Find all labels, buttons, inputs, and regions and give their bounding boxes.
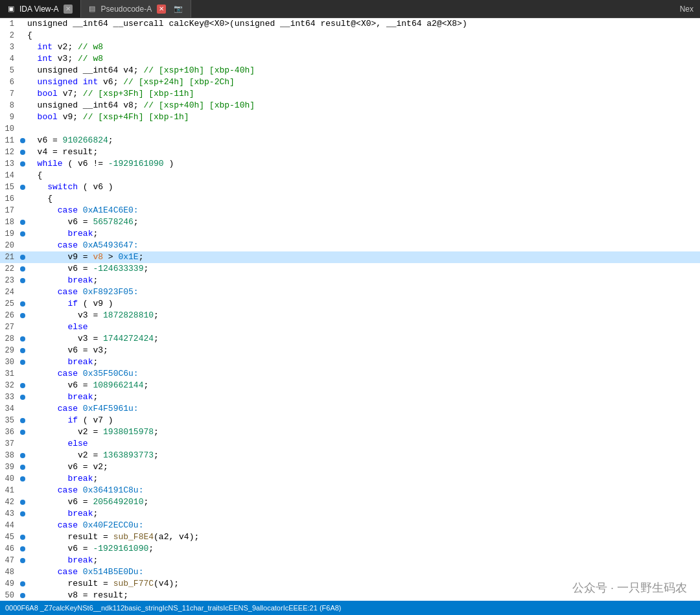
token: if [67, 415, 78, 425]
line-number: 39 [0, 461, 18, 473]
token: if [67, 299, 78, 308]
code-text: result = sub_F77C(v4); [27, 578, 695, 590]
line-number: 31 [0, 368, 18, 380]
line-number: 17 [0, 205, 18, 216]
token: sub_F8E4 [113, 532, 154, 542]
breakpoint-col[interactable] [18, 360, 27, 365]
breakpoint-col[interactable] [18, 546, 27, 551]
breakpoint-col[interactable] [18, 476, 27, 482]
breakpoint-col[interactable] [18, 278, 27, 283]
code-line: 12 v4 = result; [0, 146, 700, 158]
token [27, 77, 38, 87]
breakpoint-dot [20, 558, 25, 563]
token: 0x1E [118, 252, 138, 262]
code-line: 29 v6 = v3; [0, 345, 700, 356]
breakpoint-dot [20, 348, 25, 353]
breakpoint-dot [20, 593, 25, 598]
next-button[interactable]: Nex [673, 0, 700, 17]
token: unsigned __int64 v4; [27, 65, 143, 75]
token: v2; [52, 42, 78, 52]
breakpoint-col[interactable] [18, 535, 27, 540]
token: ; [143, 380, 148, 390]
breakpoint-col[interactable] [18, 383, 27, 388]
code-text: v6 = 56578246; [27, 216, 695, 228]
breakpoint-col[interactable] [18, 161, 27, 167]
token: 1872828810 [103, 310, 154, 320]
breakpoint-col[interactable] [18, 138, 27, 143]
breakpoint-col[interactable] [18, 511, 27, 516]
breakpoint-col[interactable] [18, 465, 27, 470]
line-number: 50 [0, 590, 18, 601]
breakpoint-col[interactable] [18, 255, 27, 260]
token: (v4); [154, 579, 179, 588]
code-line: 45 result = sub_F8E4(a2, v4); [0, 531, 700, 543]
breakpoint-dot [20, 476, 25, 482]
breakpoint-col[interactable] [18, 301, 27, 307]
token: 1363893773 [103, 450, 154, 460]
breakpoint-col[interactable] [18, 266, 27, 272]
token: // [xsp+4Fh] [xbp-1h] [83, 112, 189, 122]
code-line: 20 case 0xA5493647: [0, 240, 700, 251]
tab-pseudo-close[interactable]: ✕ [157, 5, 166, 14]
token: v2 = [27, 450, 103, 460]
breakpoint-dot [20, 511, 25, 516]
token [27, 159, 38, 168]
line-number: 18 [0, 216, 18, 228]
token [27, 369, 58, 378]
token: result = [27, 579, 113, 588]
code-line: 1unsigned __int64 __usercall calcKey@<X0… [0, 18, 700, 30]
breakpoint-dot [20, 383, 25, 388]
breakpoint-col[interactable] [18, 558, 27, 563]
code-text: v6 = v3; [27, 345, 695, 356]
token [27, 485, 58, 495]
token: case [58, 240, 78, 250]
token: ; [143, 497, 148, 507]
breakpoint-col[interactable] [18, 418, 27, 423]
token: ; [154, 310, 159, 320]
token: bool [38, 112, 58, 122]
token: ; [93, 474, 98, 483]
breakpoint-dot [20, 453, 25, 458]
code-text: break; [27, 473, 695, 485]
breakpoint-col[interactable] [18, 453, 27, 458]
token: 2056492010 [93, 497, 143, 507]
code-line: 38 v2 = 1363893773; [0, 450, 700, 461]
tab-ida-close[interactable]: ✕ [64, 5, 73, 14]
token [27, 555, 67, 565]
code-text: unsigned __int64 v8; // [xsp+40h] [xbp-1… [27, 100, 695, 111]
code-line: 21 v9 = v8 > 0x1E; [0, 251, 700, 263]
token: v6 = [27, 217, 93, 227]
breakpoint-dot [20, 138, 25, 143]
tab-pseudocode[interactable]: ▤ Pseudocode-A ✕ 📷 [81, 0, 191, 17]
breakpoint-dot [20, 150, 25, 155]
breakpoint-col[interactable] [18, 336, 27, 342]
code-text: break; [27, 508, 695, 520]
code-text: case 0x514B5E0Du: [27, 566, 695, 578]
breakpoint-col[interactable] [18, 348, 27, 353]
code-text: { [27, 170, 695, 181]
code-line: 31 case 0x35F50C6u: [0, 368, 700, 380]
breakpoint-col[interactable] [18, 500, 27, 505]
token: break [67, 509, 93, 518]
ida-icon: ▣ [8, 5, 14, 13]
code-text: bool v7; // [xsp+3Fh] [xbp-11h] [27, 88, 695, 100]
breakpoint-col[interactable] [18, 430, 27, 435]
breakpoint-dot [20, 231, 25, 237]
title-bar: ▣ IDA View-A ✕ ▤ Pseudocode-A ✕ 📷 Nex [0, 0, 700, 18]
token [27, 229, 67, 238]
breakpoint-col[interactable] [18, 581, 27, 586]
breakpoint-col[interactable] [18, 231, 27, 237]
breakpoint-col[interactable] [18, 313, 27, 318]
breakpoint-dot [20, 546, 25, 551]
code-line: 40 break; [0, 473, 700, 485]
breakpoint-col[interactable] [18, 395, 27, 400]
tab-ida-view[interactable]: ▣ IDA View-A ✕ [0, 0, 81, 17]
token: 1938015978 [103, 427, 154, 437]
breakpoint-col[interactable] [18, 593, 27, 598]
code-text: v2 = 1938015978; [27, 426, 695, 438]
code-line: 39 v6 = v2; [0, 461, 700, 473]
breakpoint-col[interactable] [18, 185, 27, 190]
breakpoint-col[interactable] [18, 220, 27, 225]
line-number: 27 [0, 321, 18, 333]
breakpoint-col[interactable] [18, 150, 27, 155]
